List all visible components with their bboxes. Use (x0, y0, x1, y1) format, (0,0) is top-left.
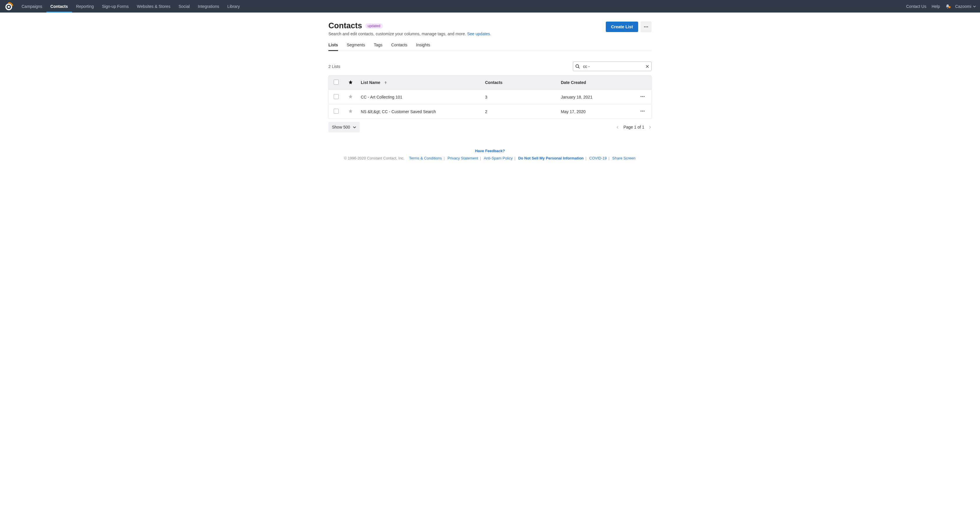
have-feedback-link[interactable]: Have Feedback? (328, 149, 652, 153)
table-row: NS &lt;&gt; CC - Customer Saved Search 2… (329, 104, 651, 119)
header-checkbox-cell (329, 76, 343, 90)
svg-point-4 (647, 27, 648, 27)
table-header-row: List Name Contacts Date Created (329, 76, 651, 90)
nav-websites-stores[interactable]: Websites & Stores (133, 0, 174, 13)
svg-point-13 (641, 111, 641, 112)
nav-help[interactable]: Help (932, 4, 940, 9)
svg-point-11 (642, 96, 643, 97)
prev-page-button[interactable] (616, 126, 619, 129)
more-horizontal-icon (640, 108, 645, 114)
row-contacts: 3 (482, 90, 558, 104)
nav-left: Campaigns Contacts Reporting Sign-up For… (18, 0, 244, 13)
svg-line-6 (578, 67, 579, 68)
page-subtitle: Search and edit contacts, customize your… (328, 32, 491, 36)
svg-point-12 (644, 96, 644, 97)
footer-link-covid[interactable]: COVID-19 (589, 156, 607, 161)
tab-insights[interactable]: Insights (416, 43, 430, 51)
nav-signup-forms[interactable]: Sign-up Forms (98, 0, 133, 13)
more-horizontal-icon (640, 94, 645, 99)
subnav-tabs: Lists Segments Tags Contacts Insights (328, 43, 652, 51)
clear-search-button[interactable] (646, 64, 649, 68)
footer-link-privacy[interactable]: Privacy Statement (447, 156, 478, 161)
copyright-text: © 1996-2020 Constant Contact, Inc. (344, 156, 404, 161)
main-container: Contacts updated Search and edit contact… (328, 13, 652, 172)
account-menu[interactable]: Cazoomi (955, 4, 976, 9)
nav-library[interactable]: Library (223, 0, 244, 13)
nav-social[interactable]: Social (174, 0, 194, 13)
header-list-name[interactable]: List Name (358, 76, 482, 90)
page-indicator: Page 1 of 1 (623, 125, 644, 129)
row-list-name[interactable]: NS &lt;&gt; CC - Customer Saved Search (358, 104, 482, 119)
brand-logo[interactable] (0, 2, 18, 11)
nav-integrations[interactable]: Integrations (194, 0, 223, 13)
svg-point-2 (644, 27, 645, 27)
page-header: Contacts updated Search and edit contact… (328, 21, 652, 36)
page-title: Contacts (328, 21, 362, 30)
sort-asc-icon (384, 81, 387, 84)
row-star-button[interactable] (348, 94, 353, 99)
header-date-created[interactable]: Date Created (558, 76, 634, 90)
tab-segments[interactable]: Segments (347, 43, 365, 51)
nav-campaigns[interactable]: Campaigns (18, 0, 46, 13)
chevron-down-icon (973, 5, 976, 8)
table-footer: Show 500 Page 1 of 1 (328, 122, 652, 132)
chevron-right-icon (648, 126, 652, 129)
select-all-checkbox[interactable] (334, 79, 339, 84)
rows-per-page-select[interactable]: Show 500 (328, 122, 360, 132)
create-list-button[interactable]: Create List (606, 22, 638, 32)
svg-point-10 (641, 96, 641, 97)
header-star-cell[interactable] (343, 76, 358, 90)
svg-point-15 (644, 111, 644, 112)
close-icon (646, 64, 649, 68)
lists-table: List Name Contacts Date Created (328, 75, 652, 119)
footer-link-antispam[interactable]: Anti-Spam Policy (484, 156, 513, 161)
constant-contact-logo-icon (4, 2, 13, 11)
notifications-button[interactable] (945, 4, 950, 9)
tool-row: 2 Lists (328, 62, 652, 71)
row-checkbox[interactable] (334, 109, 339, 114)
rows-per-page-label: Show 500 (332, 125, 350, 129)
svg-point-14 (642, 111, 643, 112)
nav-right: Contact Us Help Cazoomi (906, 4, 976, 9)
footer-link-terms[interactable]: Terms & Conditions (409, 156, 442, 161)
star-outline-icon (348, 109, 353, 113)
next-page-button[interactable] (648, 126, 652, 129)
footer-link-dnsmi[interactable]: Do Not Sell My Personal Information (518, 156, 584, 161)
header-contacts[interactable]: Contacts (482, 76, 558, 90)
page-footer: Have Feedback? © 1996-2020 Constant Cont… (328, 149, 652, 172)
row-date: January 18, 2021 (558, 90, 634, 104)
page-header-right: Create List (606, 21, 652, 32)
tab-tags[interactable]: Tags (374, 43, 383, 51)
row-star-button[interactable] (348, 109, 353, 113)
row-date: May 17, 2020 (558, 104, 634, 119)
nav-contact-us[interactable]: Contact Us (906, 4, 926, 9)
tab-contacts[interactable]: Contacts (391, 43, 407, 51)
nav-contacts[interactable]: Contacts (46, 0, 72, 13)
star-outline-icon (348, 94, 353, 99)
page-header-left: Contacts updated Search and edit contact… (328, 21, 491, 36)
pagination: Page 1 of 1 (616, 125, 652, 129)
account-name: Cazoomi (955, 4, 971, 9)
notification-dot-icon (948, 6, 951, 8)
footer-link-share-screen[interactable]: Share Screen (612, 156, 636, 161)
more-actions-button[interactable] (641, 21, 652, 32)
page-subtitle-text: Search and edit contacts, customize your… (328, 32, 467, 36)
row-checkbox[interactable] (334, 94, 339, 99)
table-row: CC - Art Collecting 101 3 January 18, 20… (329, 90, 651, 104)
row-actions-button[interactable] (640, 108, 645, 114)
row-list-name[interactable]: CC - Art Collecting 101 (358, 90, 482, 104)
chevron-down-icon (353, 126, 356, 129)
search-box (573, 62, 652, 71)
header-list-name-label: List Name (361, 80, 380, 85)
star-filled-icon (348, 80, 353, 84)
row-actions-button[interactable] (640, 94, 645, 99)
top-navigation: Campaigns Contacts Reporting Sign-up For… (0, 0, 980, 13)
see-updates-link[interactable]: See updates. (467, 32, 491, 36)
svg-point-3 (646, 27, 647, 27)
search-input[interactable] (573, 62, 652, 71)
search-icon (575, 64, 580, 69)
footer-links: Terms & Conditions| Privacy Statement| A… (408, 156, 636, 161)
tab-lists[interactable]: Lists (328, 43, 338, 51)
nav-reporting[interactable]: Reporting (72, 0, 98, 13)
svg-point-5 (576, 64, 579, 67)
